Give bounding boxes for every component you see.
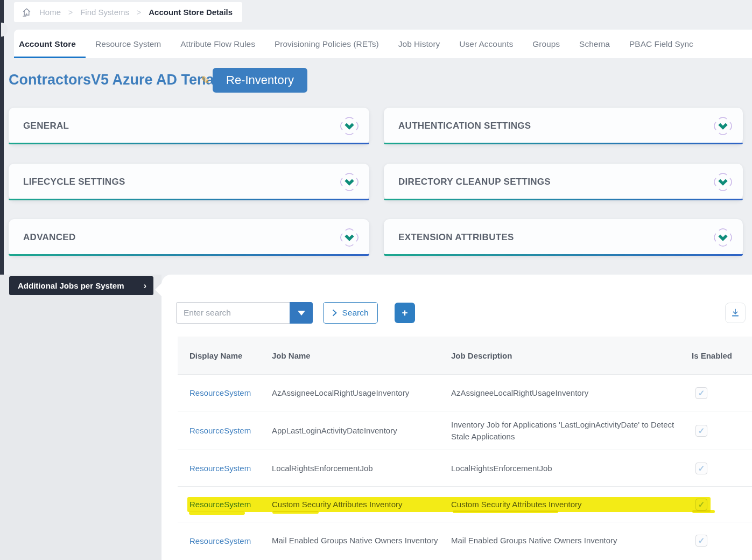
job-name-cell: AzAssigneeLocalRightUsageInventory bbox=[272, 387, 451, 399]
chevron-right-icon: > bbox=[68, 8, 73, 17]
expand-collapse-icon[interactable] bbox=[337, 225, 362, 250]
jobs-sidebar bbox=[0, 275, 161, 560]
expand-collapse-icon[interactable] bbox=[337, 170, 362, 194]
tab-bar: Account Store Resource System Attribute … bbox=[14, 30, 752, 58]
table-row: ResourceSystem LocalRightsEnforcementJob… bbox=[178, 450, 752, 487]
sidebar-toggle-handle[interactable] bbox=[1, 23, 8, 37]
chevron-right-icon: › bbox=[144, 281, 146, 291]
download-button[interactable] bbox=[725, 303, 746, 323]
expand-collapse-icon[interactable] bbox=[711, 170, 735, 194]
account-store-details-page: Home > Find Systems > Account Store Deta… bbox=[0, 0, 752, 560]
download-icon bbox=[730, 308, 740, 318]
enabled-checkbox[interactable] bbox=[695, 387, 707, 399]
tab-provisioning-policies[interactable]: Provisioning Policies (RETs) bbox=[265, 30, 389, 58]
tab-schema[interactable]: Schema bbox=[570, 30, 620, 58]
display-name-link[interactable]: ResourceSystem bbox=[189, 426, 272, 435]
re-inventory-button[interactable]: Re-Inventory bbox=[213, 68, 307, 93]
chevron-right-icon bbox=[332, 309, 337, 317]
sidebar-item-additional-jobs[interactable]: Additional Jobs per System › bbox=[9, 276, 153, 295]
tab-user-accounts[interactable]: User Accounts bbox=[449, 30, 523, 58]
display-name-link[interactable]: ResourceSystem bbox=[189, 464, 272, 473]
edit-pencil-icon[interactable]: ✎ bbox=[201, 74, 210, 87]
expand-collapse-icon[interactable] bbox=[711, 225, 735, 250]
table-row: ResourceSystem Mail Enabled Groups Nativ… bbox=[178, 522, 752, 559]
expand-collapse-icon[interactable] bbox=[711, 114, 735, 138]
table-row: ResourceSystem AzAssigneeLocalRightUsage… bbox=[178, 375, 752, 411]
sidebar-item-label: Additional Jobs per System bbox=[18, 281, 124, 290]
panel-extension-attributes[interactable]: EXTENSION ATTRIBUTES bbox=[384, 219, 743, 256]
tab-account-store[interactable]: Account Store bbox=[14, 30, 86, 58]
chevron-right-icon: > bbox=[137, 8, 141, 17]
panel-title: AUTHENTICATION SETTINGS bbox=[398, 121, 531, 131]
job-description-cell: Inventory Job for Applications 'LastLogi… bbox=[451, 419, 692, 443]
job-name-cell: LocalRightsEnforcementJob bbox=[272, 463, 451, 474]
table-row: ResourceSystem AppLastLoginActivityDateI… bbox=[178, 411, 752, 450]
panel-pointer-notch bbox=[155, 283, 162, 297]
job-description-cell: AzAssigneeLocalRightUsageInventory bbox=[451, 387, 692, 399]
panel-title: LIFECYCLE SETTINGS bbox=[23, 177, 125, 187]
expand-collapse-icon[interactable] bbox=[337, 114, 362, 138]
home-icon[interactable] bbox=[22, 7, 32, 17]
tab-attribute-flow-rules[interactable]: Attribute Flow Rules bbox=[171, 30, 265, 58]
additional-jobs-content: Search + Display Name Job Name Job Descr… bbox=[161, 275, 752, 560]
jobs-table: Display Name Job Name Job Description Is… bbox=[178, 337, 752, 559]
search-filter-dropdown[interactable] bbox=[290, 302, 313, 324]
search-group bbox=[176, 302, 313, 324]
page-title: ContractorsV5 Azure AD Tenant bbox=[9, 72, 228, 88]
tab-resource-system[interactable]: Resource System bbox=[86, 30, 171, 58]
job-name-cell: Mail Enabled Groups Native Owners Invent… bbox=[272, 535, 451, 547]
tab-job-history[interactable]: Job History bbox=[389, 30, 450, 58]
job-description-cell: LocalRightsEnforcementJob bbox=[451, 463, 692, 474]
tab-groups[interactable]: Groups bbox=[523, 30, 570, 58]
panel-advanced[interactable]: ADVANCED bbox=[9, 219, 369, 256]
job-name-cell: Custom Security Attributes Inventory bbox=[272, 499, 451, 510]
job-description-cell: Mail Enabled Groups Native Owners Invent… bbox=[451, 535, 692, 547]
panel-directory-cleanup-settings[interactable]: DIRECTORY CLEANUP SETTINGS bbox=[384, 164, 743, 200]
collapsed-sidebar-rail bbox=[0, 0, 4, 275]
search-button[interactable]: Search bbox=[323, 302, 378, 324]
enabled-checkbox[interactable] bbox=[695, 425, 707, 437]
panel-title: ADVANCED bbox=[23, 232, 75, 243]
panel-lifecycle-settings[interactable]: LIFECYCLE SETTINGS bbox=[9, 164, 369, 200]
breadcrumb-home[interactable]: Home bbox=[39, 8, 61, 17]
add-job-button[interactable]: + bbox=[395, 303, 415, 323]
job-description-cell: Custom Security Attributes Inventory bbox=[451, 499, 692, 510]
panel-general[interactable]: GENERAL bbox=[9, 108, 369, 144]
column-header-job-name: Job Name bbox=[272, 351, 451, 360]
panel-authentication-settings[interactable]: AUTHENTICATION SETTINGS bbox=[384, 108, 743, 144]
panel-title: DIRECTORY CLEANUP SETTINGS bbox=[398, 177, 551, 187]
enabled-checkbox[interactable] bbox=[695, 499, 707, 510]
column-header-job-description: Job Description bbox=[451, 351, 692, 360]
column-header-display-name: Display Name bbox=[189, 351, 272, 360]
display-name-link[interactable]: ResourceSystem bbox=[189, 388, 272, 397]
table-row-highlighted: ResourceSystem Custom Security Attribute… bbox=[178, 487, 752, 522]
breadcrumb-current: Account Store Details bbox=[149, 8, 233, 17]
column-header-is-enabled: Is Enabled bbox=[692, 351, 752, 360]
tab-pbac-field-sync[interactable]: PBAC Field Sync bbox=[620, 30, 703, 58]
enabled-checkbox[interactable] bbox=[695, 463, 707, 474]
display-name-link[interactable]: ResourceSystem bbox=[189, 500, 272, 509]
display-name-link[interactable]: ResourceSystem bbox=[189, 536, 272, 545]
search-input[interactable] bbox=[176, 302, 290, 324]
job-name-cell: AppLastLoginActivityDateInventory bbox=[272, 425, 451, 437]
table-header-row: Display Name Job Name Job Description Is… bbox=[178, 337, 752, 375]
enabled-checkbox[interactable] bbox=[695, 535, 707, 547]
caret-down-icon bbox=[298, 311, 305, 316]
breadcrumb: Home > Find Systems > Account Store Deta… bbox=[14, 2, 242, 22]
search-button-label: Search bbox=[342, 308, 368, 318]
panel-title: EXTENSION ATTRIBUTES bbox=[398, 232, 514, 243]
panel-title: GENERAL bbox=[23, 121, 69, 131]
breadcrumb-find-systems[interactable]: Find Systems bbox=[80, 8, 129, 17]
